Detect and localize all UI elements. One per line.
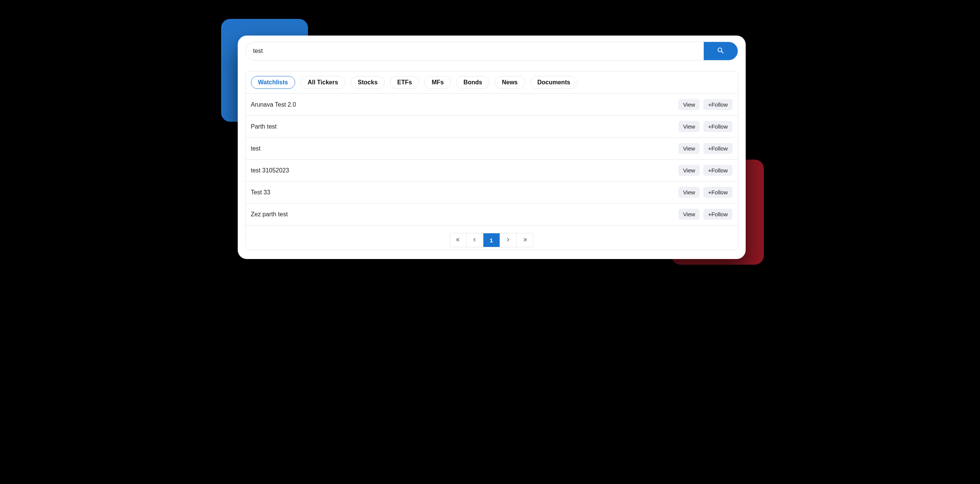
view-button[interactable]: View	[678, 209, 700, 220]
row-actions: View +Follow	[678, 209, 732, 220]
page-next-button[interactable]	[500, 233, 517, 247]
row-actions: View +Follow	[678, 187, 732, 198]
page-prev-button[interactable]	[467, 233, 484, 247]
view-button[interactable]: View	[678, 99, 700, 110]
result-name: Test 33	[251, 189, 270, 196]
row-actions: View +Follow	[678, 165, 732, 176]
follow-button[interactable]: +Follow	[703, 99, 732, 110]
tab-all-tickers[interactable]: All Tickers	[301, 76, 345, 89]
tab-bonds[interactable]: Bonds	[456, 76, 490, 89]
follow-button[interactable]: +Follow	[703, 143, 732, 154]
results-panel: Watchlists All Tickers Stocks ETFs MFs B…	[245, 71, 738, 250]
view-button[interactable]: View	[678, 187, 700, 198]
follow-button[interactable]: +Follow	[703, 121, 732, 132]
page-first-icon	[455, 237, 461, 244]
follow-button[interactable]: +Follow	[703, 187, 732, 198]
row-actions: View +Follow	[678, 121, 732, 132]
list-item: Test 33 View +Follow	[246, 182, 738, 204]
list-item: test 31052023 View +Follow	[246, 159, 738, 182]
tab-news[interactable]: News	[495, 76, 525, 89]
tab-documents[interactable]: Documents	[530, 76, 578, 89]
tab-etfs[interactable]: ETFs	[390, 76, 419, 89]
search-input[interactable]	[246, 42, 704, 60]
tab-watchlists[interactable]: Watchlists	[251, 76, 295, 89]
pagination-controls: 1	[450, 233, 534, 247]
pagination: 1	[246, 225, 738, 250]
search-panel: Watchlists All Tickers Stocks ETFs MFs B…	[238, 35, 746, 259]
chevron-left-icon	[472, 237, 477, 244]
view-button[interactable]: View	[678, 121, 700, 132]
follow-button[interactable]: +Follow	[703, 165, 732, 176]
follow-button[interactable]: +Follow	[703, 209, 732, 220]
chevron-right-icon	[505, 237, 511, 244]
view-button[interactable]: View	[678, 143, 700, 154]
search-button[interactable]	[704, 42, 738, 60]
list-item: Parth test View +Follow	[246, 116, 738, 138]
page-number-button[interactable]: 1	[484, 233, 500, 247]
list-item: test View +Follow	[246, 138, 738, 159]
row-actions: View +Follow	[678, 99, 732, 110]
filter-tabs: Watchlists All Tickers Stocks ETFs MFs B…	[246, 72, 738, 94]
page-last-icon	[522, 237, 528, 244]
tab-stocks[interactable]: Stocks	[351, 76, 385, 89]
result-name: test 31052023	[251, 167, 289, 174]
search-bar	[245, 41, 738, 61]
page-last-button[interactable]	[517, 233, 533, 247]
list-item: Arunava Test 2.0 View +Follow	[246, 94, 738, 116]
page-first-button[interactable]	[450, 233, 467, 247]
list-item: Zez parth test View +Follow	[246, 204, 738, 225]
result-name: Parth test	[251, 123, 277, 130]
view-button[interactable]: View	[678, 165, 700, 176]
result-name: Zez parth test	[251, 211, 288, 218]
search-icon	[717, 46, 725, 56]
result-name: test	[251, 145, 261, 152]
row-actions: View +Follow	[678, 143, 732, 154]
result-name: Arunava Test 2.0	[251, 101, 296, 108]
tab-mfs[interactable]: MFs	[425, 76, 451, 89]
results-list: Arunava Test 2.0 View +Follow Parth test…	[246, 94, 738, 225]
